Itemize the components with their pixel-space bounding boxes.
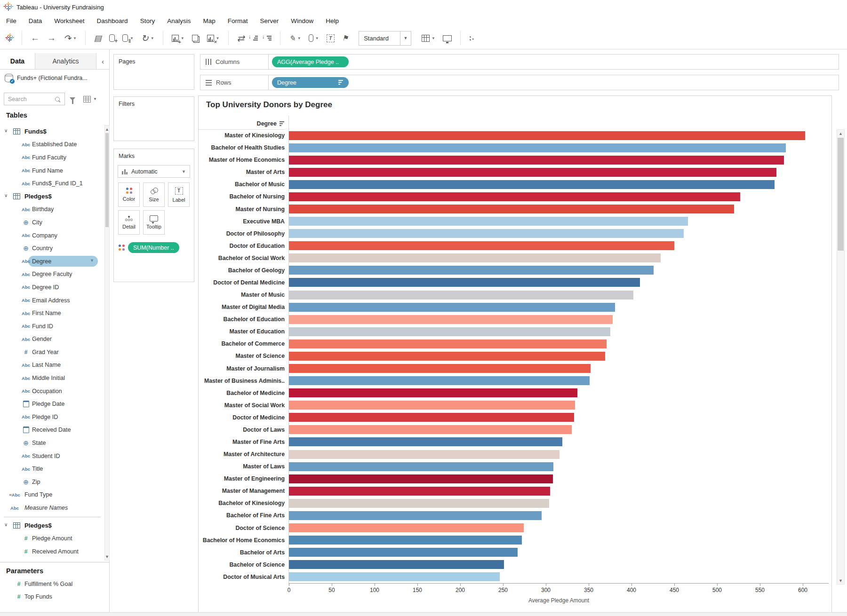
bar-mark[interactable] (289, 425, 572, 434)
field-row[interactable]: ∨ Grad Year ▼ (0, 346, 104, 359)
toolbar-button[interactable]: ▼ (163, 31, 163, 45)
row-label[interactable]: Doctor of Musical Arts (199, 574, 288, 580)
row-label[interactable]: Master of Social Work (199, 402, 288, 409)
row-label[interactable]: Bachelor of Education (199, 316, 288, 323)
bar-mark[interactable] (289, 511, 542, 520)
row-label[interactable]: Bachelor of Health Studies (199, 144, 288, 151)
bar-mark[interactable] (289, 474, 553, 483)
expander-chevron-icon[interactable]: ∨ (4, 128, 8, 133)
bar-mark[interactable] (289, 266, 654, 275)
tab-data[interactable]: Data (0, 53, 35, 69)
marks-button[interactable]: Tooltip (143, 210, 165, 235)
replay-button[interactable]: ▼ (64, 31, 77, 45)
degree-column-header[interactable]: Degree (199, 118, 285, 130)
row-label[interactable]: Executive MBA (199, 218, 288, 225)
marks-button[interactable]: Color (118, 182, 140, 207)
fit-selector[interactable]: Standard ▼ (359, 31, 411, 46)
pause-auto-updates-button[interactable]: ▼ (122, 31, 134, 45)
field-row[interactable]: ∨ City ▼ (0, 216, 104, 229)
row-label[interactable]: Bachelor of Science (199, 561, 288, 568)
fix-axes-button[interactable]: ▼ (342, 31, 348, 45)
field-row[interactable]: ∨ Fund Type ▼ (0, 489, 104, 502)
bar-mark[interactable] (289, 352, 605, 361)
bar-mark[interactable] (289, 376, 590, 385)
marks-button[interactable]: Size (143, 182, 165, 207)
field-row[interactable]: ∨ Degree Faculty ▼ (0, 268, 104, 281)
bar-mark[interactable] (289, 143, 786, 152)
field-row[interactable]: ∨ Degree ID ▼ (0, 281, 104, 294)
field-row[interactable]: ∨ Received Date ▼ (0, 424, 104, 437)
field-row[interactable]: ∨ Title ▼ (0, 462, 104, 475)
field-row[interactable]: ∨ Pledge Amount ▼ (0, 532, 104, 545)
row-label[interactable]: Master of Engineering (199, 475, 288, 482)
collapse-pane-icon[interactable]: ‹ (96, 53, 109, 69)
chevron-down-icon[interactable]: ▼ (315, 36, 319, 40)
row-label[interactable]: Doctor of Dental Medicine (199, 279, 288, 286)
chevron-down-icon[interactable]: ▼ (297, 36, 301, 40)
expander-chevron-icon[interactable]: ∨ (4, 193, 8, 198)
toolbar-button[interactable]: ▼ (85, 31, 86, 45)
bar-mark[interactable] (289, 278, 640, 287)
bar-mark[interactable] (289, 450, 559, 459)
field-row[interactable]: ∨ Middle Initial ▼ (0, 371, 104, 385)
bar-mark[interactable] (289, 205, 734, 213)
field-row[interactable]: ∨ Received Amount ▼ (0, 545, 104, 558)
chevron-down-icon[interactable]: ▼ (73, 36, 77, 40)
toolbar-button[interactable]: ▼ (460, 31, 461, 45)
bar-mark[interactable] (289, 192, 740, 201)
add-data-source-button[interactable]: ▼ (109, 31, 115, 45)
search-box[interactable] (4, 93, 65, 105)
menu-item[interactable]: Dashboard (91, 17, 134, 24)
sort-ascending-button[interactable]: ▼ (252, 31, 258, 45)
row-label[interactable]: Doctor of Medicine (199, 414, 288, 421)
scroll-down-icon[interactable]: ▼ (105, 553, 109, 560)
group-members-button[interactable]: ▼ (309, 31, 319, 45)
bar-mark[interactable] (289, 572, 500, 581)
field-row[interactable]: ∨ Company ▼ (0, 229, 104, 242)
bar-mark[interactable] (289, 388, 577, 397)
menu-item[interactable]: Format (222, 17, 254, 24)
bar-mark[interactable] (289, 217, 688, 226)
bar-mark[interactable] (289, 131, 805, 140)
bar-mark[interactable] (289, 315, 613, 324)
field-row[interactable]: ∨ Pledge Date ▼ (0, 397, 104, 411)
bar-mark[interactable] (289, 413, 574, 422)
field-row[interactable]: ∨ Established Date ▼ (0, 138, 104, 151)
menu-item[interactable]: Map (197, 17, 221, 24)
bar-mark[interactable] (289, 437, 562, 446)
scrollbar-thumb[interactable] (105, 133, 109, 227)
mark-type-dropdown[interactable]: Automatic ▼ (118, 165, 190, 178)
toolbar-button[interactable]: ▼ (22, 31, 22, 45)
row-label[interactable]: Doctor of Laws (199, 426, 288, 433)
chevron-down-icon[interactable]: ▼ (151, 36, 154, 40)
row-label[interactable]: Master of Management (199, 488, 288, 494)
field-row[interactable]: ∨ Last Name ▼ (0, 359, 104, 372)
bar-mark[interactable] (289, 168, 776, 177)
toolbar-button[interactable]: ▼ (280, 31, 280, 45)
row-label[interactable]: Master of Digital Media (199, 304, 288, 310)
highlight-button[interactable]: ▼ (289, 31, 301, 45)
chevron-down-icon[interactable]: ▼ (431, 36, 435, 40)
marks-button[interactable]: Detail (118, 210, 140, 235)
field-row[interactable]: ∨ Funds$ ▼ (0, 125, 104, 138)
row-label[interactable]: Bachelor of Nursing (199, 193, 288, 200)
show-mark-labels-button[interactable]: ▼ (327, 31, 335, 45)
row-label[interactable]: Master of Architecture (199, 451, 288, 458)
menu-item[interactable]: Server (254, 17, 285, 24)
new-worksheet-button[interactable]: ▼ (172, 31, 184, 45)
bar-mark[interactable] (289, 523, 524, 532)
row-label[interactable]: Bachelor of Geology (199, 267, 288, 274)
bar-mark[interactable] (289, 253, 661, 262)
duplicate-sheet-button[interactable]: ▼ (192, 31, 200, 45)
row-label[interactable]: Bachelor of Social Work (199, 255, 288, 261)
bar-mark[interactable] (289, 229, 684, 238)
scroll-up-icon[interactable]: ▲ (105, 126, 109, 133)
row-label[interactable]: Master of Education (199, 328, 288, 335)
bar-mark[interactable] (289, 327, 610, 336)
bar-mark[interactable] (289, 536, 522, 545)
row-label[interactable]: Master of Home Economics (199, 157, 288, 163)
field-row[interactable]: ∨ Pledge ID ▼ (0, 411, 104, 424)
field-row[interactable]: ∨ Measure Names ▼ (0, 501, 104, 514)
row-label[interactable]: Doctor of Philosophy (199, 230, 288, 237)
show-me-button[interactable]: ▼ (422, 31, 435, 45)
